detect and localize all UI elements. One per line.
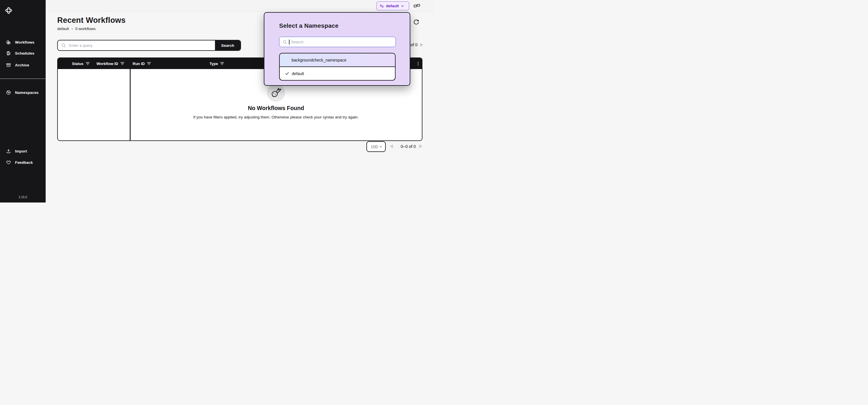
sidebar-item-namespaces[interactable]: Namespaces: [0, 87, 45, 98]
sidebar-divider: [0, 79, 45, 79]
query-input[interactable]: [66, 40, 215, 50]
sidebar-item-label: Workflows: [15, 40, 34, 44]
namespace-option-backgroundcheck[interactable]: backgroundcheck_namespace: [280, 54, 395, 67]
sidebar-item-workflows[interactable]: Workflows: [0, 36, 45, 48]
text-caret: [289, 39, 289, 44]
next-page-icon[interactable]: [419, 145, 423, 148]
chevron-down-icon: [401, 4, 404, 8]
namespace-switcher-label: default: [386, 4, 399, 8]
import-icon: [6, 149, 11, 154]
sidebar-item-label: Import: [15, 149, 27, 153]
empty-state-title: No Workflows Found: [218, 105, 334, 112]
bullet-separator: [72, 28, 73, 29]
namespace-search-field: [279, 37, 396, 47]
namespaces-icon: [6, 90, 11, 95]
archive-icon: [6, 62, 11, 68]
chevron-down-icon: [379, 145, 382, 148]
search-icon: [282, 39, 287, 44]
popup-title: Select a Namespace: [279, 22, 339, 29]
namespace-select-popup: Select a Namespace backgroundcheck_names…: [264, 12, 410, 86]
column-header-run-id[interactable]: Run ID: [133, 58, 151, 69]
namespace-switcher-button[interactable]: default: [376, 1, 409, 10]
previous-page-icon[interactable]: [390, 145, 393, 148]
heart-icon: [6, 160, 11, 165]
page-size-value: 100: [371, 145, 378, 149]
page-subtitle: default 0 workflows: [57, 27, 96, 31]
check-icon: [285, 71, 289, 76]
next-page-icon[interactable]: [420, 43, 424, 47]
sidebar-item-archive[interactable]: Archive: [0, 59, 45, 71]
table-column-divider: [130, 69, 131, 141]
sidebar-item-feedback[interactable]: Feedback: [0, 157, 45, 168]
labs-glasses-icon[interactable]: [413, 3, 420, 8]
refresh-icon[interactable]: [413, 19, 419, 25]
namespace-orbit-icon: [379, 4, 384, 8]
sidebar: Workflows Schedules Archive Namespaces: [0, 0, 45, 202]
workflows-icon: [6, 39, 11, 45]
sidebar-item-label: Schedules: [15, 51, 34, 56]
namespace-option-default[interactable]: default: [280, 67, 395, 80]
empty-state-description: If you have filters applied, try adjusti…: [160, 115, 392, 119]
table-options-kebab-icon[interactable]: [417, 62, 419, 66]
sidebar-item-import[interactable]: Import: [0, 145, 45, 157]
sidebar-item-label: Archive: [15, 63, 29, 67]
pagination-range: 0–0 of 0: [396, 144, 421, 149]
search-button[interactable]: Search: [215, 40, 240, 50]
topbar: [45, 0, 434, 11]
comet-icon: [270, 87, 282, 99]
schedules-icon: [6, 51, 11, 56]
namespace-list: backgroundcheck_namespace default: [279, 53, 396, 81]
filter-icon[interactable]: [147, 62, 151, 65]
temporal-logo-icon[interactable]: [5, 7, 12, 14]
filter-icon[interactable]: [220, 62, 224, 65]
page-size-select[interactable]: 100: [366, 141, 386, 152]
column-header-type[interactable]: Type: [210, 58, 224, 69]
filter-icon[interactable]: [121, 62, 124, 65]
current-namespace: default: [57, 27, 69, 31]
column-header-status[interactable]: Status: [72, 58, 90, 69]
namespace-search-input[interactable]: [291, 40, 393, 44]
search-icon: [61, 43, 66, 48]
workflow-query-bar: Search: [57, 40, 241, 51]
filter-icon[interactable]: [86, 62, 90, 65]
page-title: Recent Workflows: [57, 16, 126, 25]
sidebar-item-label: Feedback: [15, 160, 33, 165]
column-header-workflow-id[interactable]: Workflow ID: [96, 58, 124, 69]
sidebar-item-label: Namespaces: [15, 90, 39, 95]
workflow-count: 0 workflows: [75, 27, 96, 31]
sidebar-item-schedules[interactable]: Schedules: [0, 48, 45, 59]
empty-state-badge: [267, 84, 285, 102]
app-version: 2.15.0: [0, 195, 45, 199]
